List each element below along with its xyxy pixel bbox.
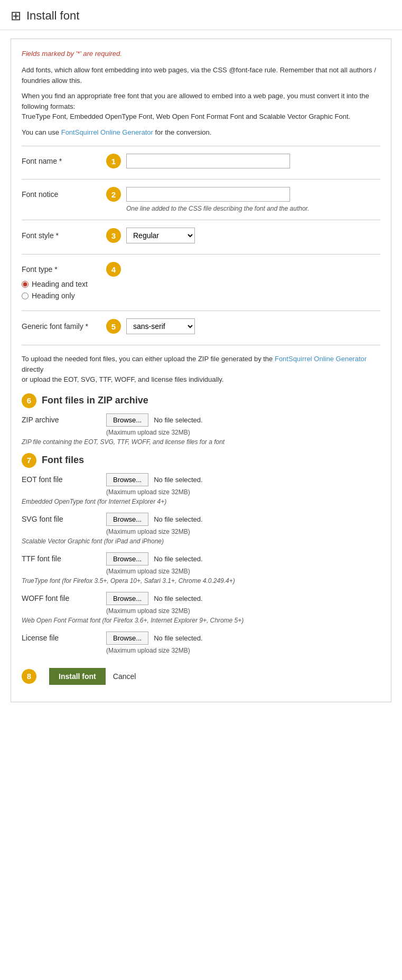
radio-heading-only[interactable] [22, 293, 29, 299]
radio-heading-text[interactable] [22, 281, 29, 288]
license-max-size: (Maximum upload size 32MB) [106, 647, 380, 654]
upload-intro-directly: directly [22, 365, 43, 373]
step-badge-1: 1 [106, 154, 121, 168]
zip-no-file: No file selected. [154, 416, 203, 424]
svg-label: SVG font file [22, 515, 106, 523]
install-font-icon: ⊞ [11, 8, 21, 23]
font-style-row: Font style * 3 Regular Bold Italic Bold … [22, 228, 380, 243]
font-name-row: Font name * 1 [22, 154, 380, 168]
page-title: Install font [26, 9, 79, 23]
eot-no-file: No file selected. [154, 476, 203, 484]
install-font-button[interactable]: Install font [49, 668, 106, 685]
upload-intro-2: or upload the EOT, SVG, TTF, WOFF, and l… [22, 375, 223, 383]
step-badge-5: 5 [106, 319, 121, 334]
font-style-label: Font style * [22, 231, 106, 240]
zip-section-heading: 6 Font files in ZIP archive [22, 393, 380, 408]
generic-family-select[interactable]: sans-serif serif monospace cursive fanta… [126, 318, 195, 334]
eot-file-row: EOT font file Browse... No file selected… [22, 473, 380, 486]
woff-max-size: (Maximum upload size 32MB) [106, 607, 380, 615]
ttf-browse-button[interactable]: Browse... [106, 552, 148, 566]
font-files-section: 7 Font files EOT font file Browse... No … [22, 453, 380, 654]
zip-max-size: (Maximum upload size 32MB) [106, 429, 380, 436]
zip-hint: ZIP file containing the EOT, SVG, TTF, W… [22, 438, 380, 446]
eot-label: EOT font file [22, 475, 106, 484]
woff-browse-button[interactable]: Browse... [106, 592, 148, 605]
zip-section-title: Font files in ZIP archive [42, 395, 148, 406]
upload-intro-1: To upload the needed font files, you can… [22, 355, 273, 363]
intro-block: Add fonts, which allow font embedding in… [22, 65, 380, 137]
license-label: License file [22, 634, 106, 642]
font-notice-row: Font notice 2 [22, 187, 380, 202]
font-type-radio-group: Heading and text Heading only [22, 280, 380, 300]
svg-max-size: (Maximum upload size 32MB) [106, 528, 380, 535]
ttf-no-file: No file selected. [154, 555, 203, 563]
woff-no-file: No file selected. [154, 595, 203, 602]
license-file-row: License file Browse... No file selected. [22, 632, 380, 645]
eot-max-size: (Maximum upload size 32MB) [106, 488, 380, 496]
main-form: Fields marked by '*' are required. Add f… [11, 39, 391, 702]
zip-section: 6 Font files in ZIP archive ZIP archive … [22, 393, 380, 446]
action-bar: 8 Install font Cancel [22, 659, 380, 687]
woff-hint: Web Open Font Format font (for Firefox 3… [22, 617, 380, 624]
intro-text-1: Add fonts, which allow font embedding in… [22, 65, 380, 86]
fontsquirrel-link-2[interactable]: FontSquirrel Online Generator [275, 355, 367, 363]
step-badge-6: 6 [22, 393, 36, 408]
font-files-section-heading: 7 Font files [22, 453, 380, 468]
intro-text-2: When you find an appropriate free font t… [22, 91, 380, 122]
font-type-label: Font type * [22, 265, 106, 274]
upload-intro-section: To upload the needed font files, you can… [22, 345, 380, 691]
font-notice-section: Font notice 2 One line added to the CSS … [22, 179, 380, 220]
intro-text-2-main: When you find an appropriate free font t… [22, 92, 369, 110]
font-style-select[interactable]: Regular Bold Italic Bold Italic [126, 228, 195, 243]
ttf-file-row: TTF font file Browse... No file selected… [22, 552, 380, 566]
font-notice-hint: One line added to the CSS file describin… [126, 205, 380, 212]
eot-browse-button[interactable]: Browse... [106, 473, 148, 486]
svg-hint: Scalable Vector Graphic font (for iPad a… [22, 538, 380, 545]
generic-family-label: Generic font family * [22, 322, 106, 331]
svg-browse-button[interactable]: Browse... [106, 513, 148, 526]
zip-label: ZIP archive [22, 416, 106, 424]
svg-file-row: SVG font file Browse... No file selected… [22, 513, 380, 526]
generic-family-row: Generic font family * 5 sans-serif serif… [22, 318, 380, 334]
font-name-section: Font name * 1 [22, 146, 380, 179]
step-badge-4: 4 [106, 262, 121, 277]
radio-heading-only-label: Heading only [32, 291, 75, 300]
eot-hint: Embedded OpenType font (for Internet Exp… [22, 498, 380, 505]
font-type-section: Font type * 4 Heading and text Heading o… [22, 254, 380, 310]
svg-no-file: No file selected. [154, 515, 203, 523]
intro-text-3-prefix: You can use [22, 128, 61, 136]
ttf-max-size: (Maximum upload size 32MB) [106, 568, 380, 575]
intro-text-3-suffix: for the conversion. [153, 128, 212, 136]
required-note: Fields marked by '*' are required. [22, 50, 380, 58]
step-badge-7: 7 [22, 453, 36, 468]
license-browse-button[interactable]: Browse... [106, 632, 148, 645]
zip-file-row: ZIP archive Browse... No file selected. [22, 413, 380, 427]
woff-file-row: WOFF font file Browse... No file selecte… [22, 592, 380, 605]
fontsquirrel-link-1[interactable]: FontSquirrel Online Generator [61, 128, 153, 136]
woff-label: WOFF font file [22, 594, 106, 602]
font-type-row: Font type * 4 [22, 262, 380, 277]
font-type-heading-only[interactable]: Heading only [22, 291, 380, 300]
font-name-input[interactable] [126, 154, 290, 168]
step-badge-2: 2 [106, 187, 121, 202]
ttf-label: TTF font file [22, 554, 106, 563]
cancel-link[interactable]: Cancel [113, 672, 136, 681]
step-badge-8: 8 [22, 669, 36, 684]
generic-family-section: Generic font family * 5 sans-serif serif… [22, 310, 380, 345]
radio-heading-text-label: Heading and text [32, 280, 88, 288]
page-header: ⊞ Install font [0, 0, 402, 30]
font-files-section-title: Font files [42, 455, 84, 466]
upload-intro-text: To upload the needed font files, you can… [22, 354, 380, 385]
intro-text-2-formats: TrueType Font, Embedded OpenType Font, W… [22, 112, 350, 120]
font-notice-label: Font notice [22, 190, 106, 199]
font-notice-input[interactable] [126, 187, 290, 202]
license-no-file: No file selected. [154, 634, 203, 642]
font-type-heading-text[interactable]: Heading and text [22, 280, 380, 288]
font-name-label: Font name * [22, 157, 106, 165]
ttf-hint: TrueType font (for Firefox 3.5+, Opera 1… [22, 577, 380, 585]
zip-browse-button[interactable]: Browse... [106, 413, 148, 427]
intro-text-3: You can use FontSquirrel Online Generato… [22, 127, 380, 138]
font-style-section: Font style * 3 Regular Bold Italic Bold … [22, 220, 380, 254]
step-badge-3: 3 [106, 228, 121, 243]
